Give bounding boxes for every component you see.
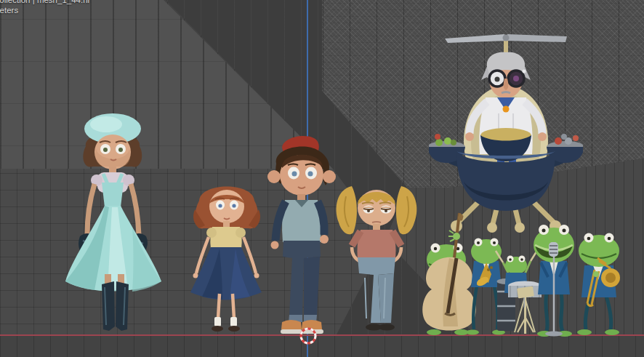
frog-trombone-player [577,233,620,336]
woman-dress-figure [65,113,161,331]
character-girl-pigtails[interactable] [330,176,424,336]
3d-cursor-icon [298,326,318,346]
music-stand [517,286,534,334]
blender-3d-viewport[interactable]: Collection | mesh_1_44.hi Meters [0,0,644,357]
character-girl-auburn[interactable] [185,177,270,334]
character-old-man-flying-machine[interactable] [429,26,583,234]
pigtail-girl-figure [337,186,417,331]
frog-singer [534,225,574,337]
auburn-girl-figure [190,187,262,332]
character-woman-teal-dress[interactable] [63,111,170,335]
boy-figure [267,136,336,334]
flying-machine-figure [429,34,583,233]
frog-bass-player [422,213,475,335]
character-frog-band[interactable] [416,207,634,338]
frog-band-group [422,213,620,337]
